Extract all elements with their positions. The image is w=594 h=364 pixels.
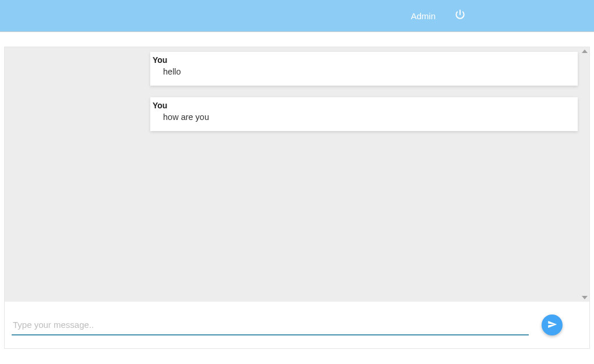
power-icon[interactable]: [454, 9, 466, 23]
message-list[interactable]: You hello You how are you: [5, 47, 589, 302]
message-text: how are you: [153, 112, 575, 122]
send-icon: [547, 319, 557, 331]
message-text: hello: [153, 67, 575, 76]
message-sender: You: [153, 55, 575, 67]
header-bar: Admin: [0, 0, 594, 32]
message-item: You how are you: [150, 97, 578, 131]
chat-panel: You hello You how are you: [4, 47, 590, 349]
composer-bar: [5, 302, 589, 348]
message-item: You hello: [150, 52, 578, 86]
send-button[interactable]: [542, 314, 563, 335]
message-input[interactable]: [12, 315, 529, 335]
user-label[interactable]: Admin: [411, 11, 436, 21]
message-sender: You: [153, 101, 575, 112]
